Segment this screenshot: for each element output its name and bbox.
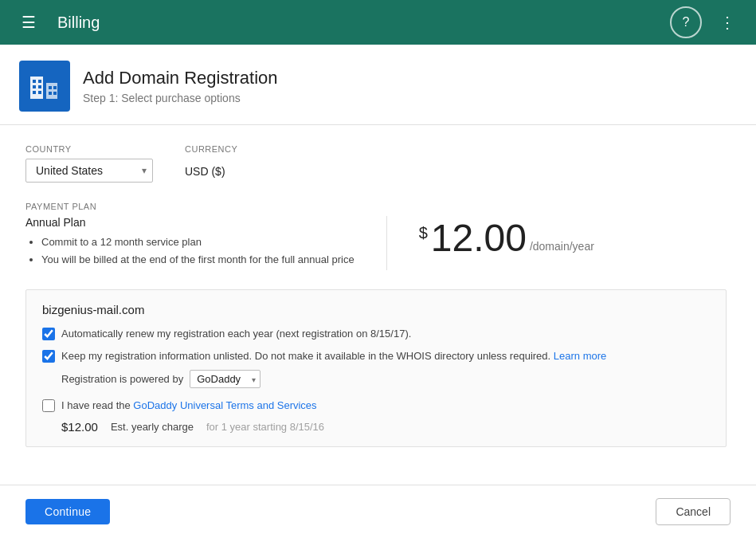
payment-plan-section: PAYMENT PLAN Annual Plan Commit to a 12 … bbox=[25, 202, 731, 270]
plan-name: Annual Plan bbox=[25, 216, 354, 229]
plan-details: Annual Plan Commit to a 12 month service… bbox=[25, 216, 354, 270]
svg-rect-2 bbox=[33, 80, 36, 83]
plan-divider bbox=[386, 216, 387, 270]
help-icon: ? bbox=[683, 15, 690, 29]
domain-card: bizgenius-mail.com Automatically renew m… bbox=[25, 289, 727, 447]
price-amount: 12.00 bbox=[431, 219, 527, 257]
currency-value: USD ($) bbox=[185, 159, 237, 178]
page-header: Add Domain Registration Step 1: Select p… bbox=[0, 45, 756, 125]
auto-renew-label[interactable]: Automatically renew my registration each… bbox=[61, 326, 411, 342]
nav-left: ☰ Billing bbox=[13, 6, 100, 38]
svg-rect-4 bbox=[33, 85, 36, 88]
whois-label[interactable]: Keep my registration information unliste… bbox=[61, 348, 606, 364]
whois-row: Keep my registration information unliste… bbox=[42, 348, 710, 364]
page-icon bbox=[19, 61, 70, 112]
price-section: $ 12.00 /domain/year bbox=[419, 216, 594, 257]
page-title: Add Domain Registration bbox=[83, 68, 278, 88]
app-title: Billing bbox=[57, 14, 100, 32]
svg-rect-11 bbox=[53, 92, 57, 95]
tos-row: I have read the GoDaddy Universal Terms … bbox=[42, 398, 710, 414]
currency-form-group: CURRENCY USD ($) bbox=[185, 144, 237, 183]
plan-bullet-2: You will be billed at the end of the fir… bbox=[41, 253, 354, 267]
continue-button[interactable]: Continue bbox=[25, 499, 110, 524]
footer-buttons: Continue Cancel bbox=[0, 485, 756, 538]
registrar-label: Registration is powered by bbox=[61, 373, 183, 385]
plan-bullet-1: Commit to a 12 month service plan bbox=[41, 235, 354, 249]
payment-plan-row: Annual Plan Commit to a 12 month service… bbox=[25, 216, 731, 270]
auto-renew-checkbox[interactable] bbox=[42, 328, 55, 340]
hamburger-icon: ☰ bbox=[22, 13, 36, 32]
svg-rect-10 bbox=[49, 92, 52, 95]
svg-rect-5 bbox=[38, 85, 41, 88]
yearly-period: for 1 year starting 8/15/16 bbox=[206, 421, 324, 433]
country-label: COUNTRY bbox=[25, 144, 153, 154]
price-period: /domain/year bbox=[530, 240, 594, 253]
page-title-section: Add Domain Registration Step 1: Select p… bbox=[83, 68, 278, 104]
country-select[interactable]: United States Canada United Kingdom bbox=[25, 159, 153, 183]
hamburger-menu-button[interactable]: ☰ bbox=[13, 6, 45, 38]
help-button[interactable]: ? bbox=[670, 6, 702, 38]
more-options-button[interactable]: ⋮ bbox=[711, 6, 743, 38]
country-currency-row: COUNTRY United States Canada United King… bbox=[25, 144, 731, 183]
yearly-amount: $12.00 bbox=[61, 420, 98, 434]
svg-rect-8 bbox=[49, 86, 52, 89]
whois-checkbox[interactable] bbox=[42, 350, 55, 363]
nav-right: ? ⋮ bbox=[670, 6, 743, 38]
cancel-button[interactable]: Cancel bbox=[656, 498, 731, 525]
learn-more-link[interactable]: Learn more bbox=[554, 350, 606, 362]
svg-rect-1 bbox=[46, 83, 57, 99]
top-navigation: ☰ Billing ? ⋮ bbox=[0, 0, 756, 45]
svg-rect-9 bbox=[53, 86, 57, 89]
more-icon: ⋮ bbox=[719, 13, 735, 32]
registrar-select[interactable]: GoDaddy bbox=[190, 370, 260, 388]
price-dollar-sign: $ bbox=[419, 224, 428, 242]
registrar-select-wrapper: GoDaddy ▾ bbox=[190, 370, 260, 388]
auto-renew-row: Automatically renew my registration each… bbox=[42, 326, 710, 342]
main-content: COUNTRY United States Canada United King… bbox=[0, 125, 756, 466]
tos-label[interactable]: I have read the GoDaddy Universal Terms … bbox=[61, 398, 317, 414]
payment-plan-label: PAYMENT PLAN bbox=[25, 202, 731, 211]
registrar-row: Registration is powered by GoDaddy ▾ bbox=[61, 370, 710, 388]
svg-rect-7 bbox=[38, 91, 41, 94]
country-select-wrapper: United States Canada United Kingdom ▾ bbox=[25, 159, 153, 183]
yearly-charge-row: $12.00 Est. yearly charge for 1 year sta… bbox=[61, 420, 710, 434]
yearly-label: Est. yearly charge bbox=[111, 421, 194, 433]
country-form-group: COUNTRY United States Canada United King… bbox=[25, 144, 153, 183]
tos-checkbox[interactable] bbox=[42, 399, 55, 412]
currency-label: CURRENCY bbox=[185, 144, 237, 154]
page-subtitle: Step 1: Select purchase options bbox=[83, 92, 278, 104]
svg-rect-3 bbox=[38, 80, 41, 83]
plan-bullets: Commit to a 12 month service plan You wi… bbox=[25, 235, 354, 267]
domain-name: bizgenius-mail.com bbox=[42, 303, 710, 316]
svg-rect-6 bbox=[33, 91, 36, 94]
tos-link[interactable]: GoDaddy Universal Terms and Services bbox=[133, 399, 316, 411]
